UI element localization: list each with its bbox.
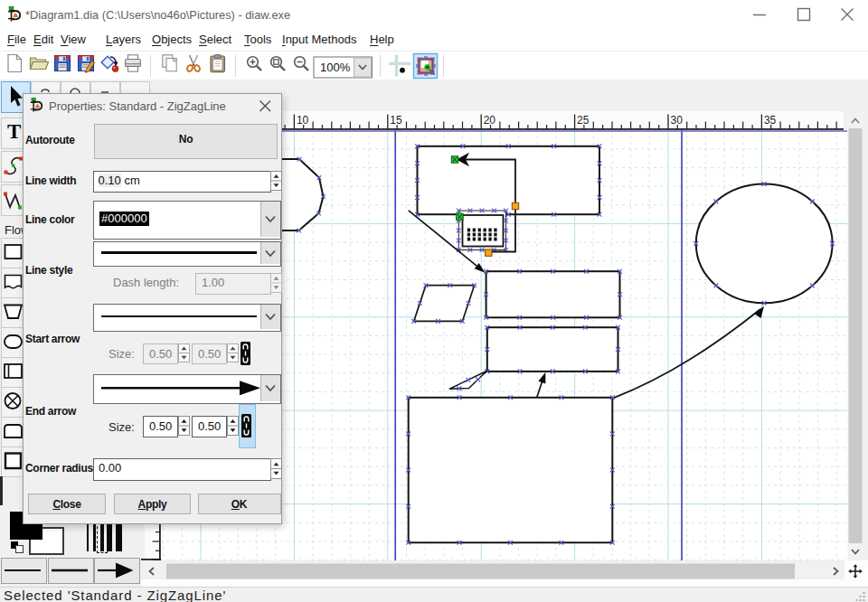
svg-text:30: 30 <box>671 114 684 127</box>
svg-text:10: 10 <box>297 114 309 127</box>
svg-text:25: 25 <box>577 114 590 127</box>
svg-text:100%: 100% <box>320 61 351 74</box>
svg-text:35: 35 <box>764 114 777 127</box>
svg-text:15: 15 <box>390 114 402 127</box>
svg-text:20: 20 <box>484 114 496 127</box>
